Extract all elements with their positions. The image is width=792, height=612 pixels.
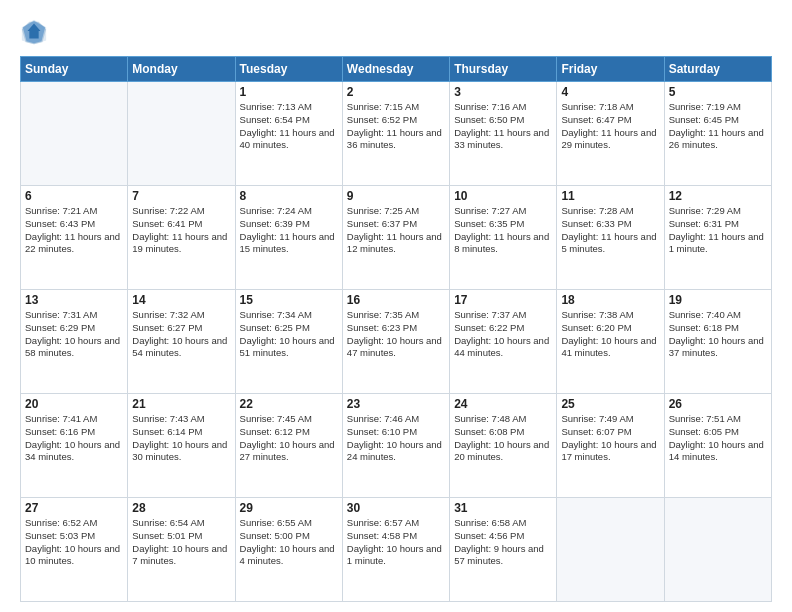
weekday-header-tuesday: Tuesday [235,57,342,82]
day-info: Sunrise: 7:48 AMSunset: 6:08 PMDaylight:… [454,413,552,464]
calendar-week-2: 6Sunrise: 7:21 AMSunset: 6:43 PMDaylight… [21,186,772,290]
day-number: 30 [347,501,445,515]
day-number: 26 [669,397,767,411]
calendar-cell: 30Sunrise: 6:57 AMSunset: 4:58 PMDayligh… [342,498,449,602]
page: SundayMondayTuesdayWednesdayThursdayFrid… [0,0,792,612]
calendar-week-1: 1Sunrise: 7:13 AMSunset: 6:54 PMDaylight… [21,82,772,186]
day-number: 4 [561,85,659,99]
calendar-cell: 24Sunrise: 7:48 AMSunset: 6:08 PMDayligh… [450,394,557,498]
calendar-cell [128,82,235,186]
day-info: Sunrise: 7:13 AMSunset: 6:54 PMDaylight:… [240,101,338,152]
weekday-header-friday: Friday [557,57,664,82]
weekday-header-saturday: Saturday [664,57,771,82]
day-info: Sunrise: 7:27 AMSunset: 6:35 PMDaylight:… [454,205,552,256]
calendar-cell: 28Sunrise: 6:54 AMSunset: 5:01 PMDayligh… [128,498,235,602]
day-number: 12 [669,189,767,203]
calendar-cell: 26Sunrise: 7:51 AMSunset: 6:05 PMDayligh… [664,394,771,498]
day-number: 25 [561,397,659,411]
day-info: Sunrise: 7:18 AMSunset: 6:47 PMDaylight:… [561,101,659,152]
header [20,18,772,46]
day-number: 14 [132,293,230,307]
day-info: Sunrise: 7:25 AMSunset: 6:37 PMDaylight:… [347,205,445,256]
day-info: Sunrise: 7:51 AMSunset: 6:05 PMDaylight:… [669,413,767,464]
day-number: 16 [347,293,445,307]
day-number: 9 [347,189,445,203]
day-info: Sunrise: 6:57 AMSunset: 4:58 PMDaylight:… [347,517,445,568]
calendar-cell: 13Sunrise: 7:31 AMSunset: 6:29 PMDayligh… [21,290,128,394]
calendar-body: 1Sunrise: 7:13 AMSunset: 6:54 PMDaylight… [21,82,772,602]
calendar-cell: 1Sunrise: 7:13 AMSunset: 6:54 PMDaylight… [235,82,342,186]
day-info: Sunrise: 6:58 AMSunset: 4:56 PMDaylight:… [454,517,552,568]
day-info: Sunrise: 7:43 AMSunset: 6:14 PMDaylight:… [132,413,230,464]
calendar-cell: 22Sunrise: 7:45 AMSunset: 6:12 PMDayligh… [235,394,342,498]
day-info: Sunrise: 7:37 AMSunset: 6:22 PMDaylight:… [454,309,552,360]
day-info: Sunrise: 7:19 AMSunset: 6:45 PMDaylight:… [669,101,767,152]
day-number: 27 [25,501,123,515]
day-number: 29 [240,501,338,515]
logo [20,18,52,46]
day-number: 28 [132,501,230,515]
calendar-cell: 7Sunrise: 7:22 AMSunset: 6:41 PMDaylight… [128,186,235,290]
day-info: Sunrise: 7:34 AMSunset: 6:25 PMDaylight:… [240,309,338,360]
day-number: 6 [25,189,123,203]
day-info: Sunrise: 7:29 AMSunset: 6:31 PMDaylight:… [669,205,767,256]
day-number: 13 [25,293,123,307]
day-info: Sunrise: 7:38 AMSunset: 6:20 PMDaylight:… [561,309,659,360]
day-info: Sunrise: 7:22 AMSunset: 6:41 PMDaylight:… [132,205,230,256]
day-number: 11 [561,189,659,203]
calendar-cell: 12Sunrise: 7:29 AMSunset: 6:31 PMDayligh… [664,186,771,290]
day-number: 1 [240,85,338,99]
day-info: Sunrise: 7:28 AMSunset: 6:33 PMDaylight:… [561,205,659,256]
calendar-cell: 9Sunrise: 7:25 AMSunset: 6:37 PMDaylight… [342,186,449,290]
day-info: Sunrise: 7:21 AMSunset: 6:43 PMDaylight:… [25,205,123,256]
calendar-cell: 5Sunrise: 7:19 AMSunset: 6:45 PMDaylight… [664,82,771,186]
calendar-cell: 16Sunrise: 7:35 AMSunset: 6:23 PMDayligh… [342,290,449,394]
calendar-cell: 10Sunrise: 7:27 AMSunset: 6:35 PMDayligh… [450,186,557,290]
day-number: 21 [132,397,230,411]
day-number: 8 [240,189,338,203]
calendar-header: SundayMondayTuesdayWednesdayThursdayFrid… [21,57,772,82]
day-info: Sunrise: 7:35 AMSunset: 6:23 PMDaylight:… [347,309,445,360]
weekday-header-monday: Monday [128,57,235,82]
day-info: Sunrise: 6:52 AMSunset: 5:03 PMDaylight:… [25,517,123,568]
calendar-cell [21,82,128,186]
weekday-header-wednesday: Wednesday [342,57,449,82]
calendar-week-3: 13Sunrise: 7:31 AMSunset: 6:29 PMDayligh… [21,290,772,394]
day-info: Sunrise: 7:31 AMSunset: 6:29 PMDaylight:… [25,309,123,360]
day-number: 5 [669,85,767,99]
day-number: 2 [347,85,445,99]
calendar-cell [557,498,664,602]
calendar-cell [664,498,771,602]
logo-icon [20,18,48,46]
calendar-cell: 3Sunrise: 7:16 AMSunset: 6:50 PMDaylight… [450,82,557,186]
calendar-week-4: 20Sunrise: 7:41 AMSunset: 6:16 PMDayligh… [21,394,772,498]
calendar-table: SundayMondayTuesdayWednesdayThursdayFrid… [20,56,772,602]
day-number: 20 [25,397,123,411]
day-info: Sunrise: 6:55 AMSunset: 5:00 PMDaylight:… [240,517,338,568]
calendar-cell: 27Sunrise: 6:52 AMSunset: 5:03 PMDayligh… [21,498,128,602]
day-number: 18 [561,293,659,307]
day-number: 31 [454,501,552,515]
calendar-cell: 18Sunrise: 7:38 AMSunset: 6:20 PMDayligh… [557,290,664,394]
calendar-cell: 23Sunrise: 7:46 AMSunset: 6:10 PMDayligh… [342,394,449,498]
day-number: 3 [454,85,552,99]
day-info: Sunrise: 7:15 AMSunset: 6:52 PMDaylight:… [347,101,445,152]
calendar-cell: 25Sunrise: 7:49 AMSunset: 6:07 PMDayligh… [557,394,664,498]
weekday-header-thursday: Thursday [450,57,557,82]
day-number: 19 [669,293,767,307]
day-info: Sunrise: 7:40 AMSunset: 6:18 PMDaylight:… [669,309,767,360]
calendar-cell: 6Sunrise: 7:21 AMSunset: 6:43 PMDaylight… [21,186,128,290]
day-number: 23 [347,397,445,411]
day-info: Sunrise: 7:32 AMSunset: 6:27 PMDaylight:… [132,309,230,360]
calendar-cell: 15Sunrise: 7:34 AMSunset: 6:25 PMDayligh… [235,290,342,394]
calendar-cell: 19Sunrise: 7:40 AMSunset: 6:18 PMDayligh… [664,290,771,394]
calendar-cell: 4Sunrise: 7:18 AMSunset: 6:47 PMDaylight… [557,82,664,186]
day-number: 22 [240,397,338,411]
calendar-cell: 31Sunrise: 6:58 AMSunset: 4:56 PMDayligh… [450,498,557,602]
day-number: 7 [132,189,230,203]
calendar-cell: 17Sunrise: 7:37 AMSunset: 6:22 PMDayligh… [450,290,557,394]
day-number: 24 [454,397,552,411]
day-info: Sunrise: 7:46 AMSunset: 6:10 PMDaylight:… [347,413,445,464]
calendar-cell: 2Sunrise: 7:15 AMSunset: 6:52 PMDaylight… [342,82,449,186]
calendar-cell: 21Sunrise: 7:43 AMSunset: 6:14 PMDayligh… [128,394,235,498]
